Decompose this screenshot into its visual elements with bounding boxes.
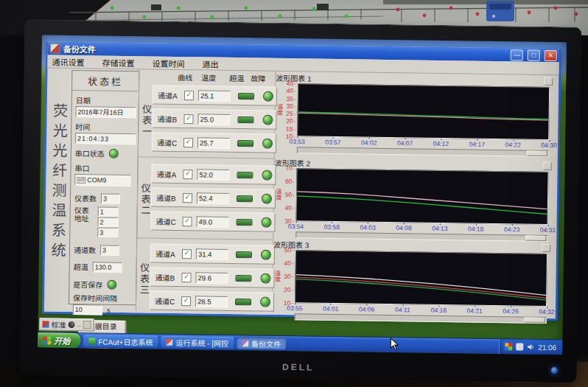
curve-checkbox[interactable]: ✓ bbox=[182, 249, 192, 259]
ime-options-icon[interactable] bbox=[83, 321, 91, 329]
y-tick-label: 70 bbox=[285, 164, 295, 172]
serial-port-combo[interactable]: I/O COM9 bbox=[74, 174, 130, 186]
charts-column: 波形图表 1 温度 4540353025201510 03:5303:5704 bbox=[273, 72, 558, 317]
menu-item-storage-settings[interactable]: 存储设置 bbox=[102, 56, 134, 69]
temperature-field[interactable]: 52.0 bbox=[197, 169, 229, 181]
run-system-icon bbox=[166, 338, 172, 345]
y-tick-label: 30 bbox=[286, 102, 295, 110]
ime-language-bar[interactable]: 标准 ‥ bbox=[39, 318, 94, 331]
x-tick-label: 04:21 bbox=[466, 307, 482, 314]
curve-checkbox[interactable]: ✓ bbox=[183, 138, 193, 147]
y-tick-label: 60 bbox=[285, 178, 295, 185]
x-tick-label: 04:22 bbox=[505, 141, 520, 148]
series-line bbox=[298, 112, 549, 119]
overtemp-led bbox=[235, 299, 251, 305]
channel-label: 通道A bbox=[158, 89, 184, 101]
instrument-group-3: 仪表三 通道A ✓ 31.4 通道B bbox=[138, 243, 270, 315]
curve-checkbox[interactable]: ✓ bbox=[182, 217, 192, 226]
temperature-field[interactable]: 25.1 bbox=[198, 90, 231, 102]
temperature-field[interactable]: 25.7 bbox=[197, 137, 230, 149]
serial-port-value: COM9 bbox=[87, 176, 106, 184]
x-tick-label: 04:17 bbox=[469, 140, 485, 147]
curve-checkbox[interactable]: ✓ bbox=[181, 296, 191, 306]
temperature-field[interactable]: 31.4 bbox=[196, 248, 228, 260]
start-button[interactable]: 开始 bbox=[38, 332, 80, 348]
channel-label: 通道C bbox=[155, 215, 182, 227]
fault-led bbox=[263, 91, 273, 102]
overtemp-limit-field[interactable]: 130.0 bbox=[93, 262, 122, 273]
fault-led bbox=[262, 115, 273, 125]
chart-corner-button[interactable] bbox=[542, 243, 550, 251]
x-tick-label: 04:13 bbox=[432, 225, 447, 232]
series-line bbox=[295, 275, 546, 296]
x-tick-label: 04:06 bbox=[359, 305, 374, 313]
volume-icon[interactable] bbox=[527, 344, 534, 351]
temperature-field[interactable]: 25.0 bbox=[197, 114, 230, 125]
temperature-field[interactable]: 52.4 bbox=[197, 192, 229, 204]
channel-row: 通道C ✓ 25.7 bbox=[152, 132, 276, 153]
curve-checkbox[interactable]: ✓ bbox=[184, 91, 194, 100]
channel-label: 通道B bbox=[156, 192, 183, 203]
scrollbar-thumb[interactable] bbox=[525, 236, 546, 241]
curve-checkbox[interactable]: ✓ bbox=[183, 114, 193, 124]
x-tick-label: 04:08 bbox=[396, 224, 411, 231]
menu-item-exit[interactable]: 退出 bbox=[202, 57, 218, 69]
channel-row: 通道A ✓ 52.0 bbox=[151, 164, 276, 184]
x-tick-label: 04:02 bbox=[361, 139, 377, 146]
meter-addr-2[interactable]: 2 bbox=[97, 217, 118, 226]
temperature-field[interactable]: 29.6 bbox=[195, 272, 228, 284]
taskbar-item-log-system[interactable]: FCAut+日志系统 bbox=[83, 335, 158, 347]
meter-addr-3[interactable]: 3 bbox=[97, 227, 118, 237]
x-tick-label: 04:12 bbox=[433, 140, 449, 147]
save-enable-label: 是否保存 bbox=[73, 279, 102, 290]
minimize-button[interactable]: — bbox=[511, 49, 523, 60]
channel-count-field[interactable]: 3 bbox=[100, 245, 119, 255]
curve-checkbox[interactable]: ✓ bbox=[181, 273, 191, 282]
close-button[interactable]: ✕ bbox=[545, 49, 557, 60]
date-field[interactable]: 2016年7月16日 bbox=[76, 106, 136, 118]
curve-checkbox[interactable]: ✓ bbox=[183, 170, 192, 179]
overtemp-led bbox=[237, 172, 253, 178]
temperature-field[interactable]: 49.0 bbox=[196, 216, 228, 228]
x-tick-label: 04:30 bbox=[541, 142, 556, 149]
channel-row: 通道B ✓ 25.0 bbox=[152, 108, 276, 129]
header-fault: 故障 bbox=[251, 72, 265, 83]
taskbar-item-backup-file[interactable]: 备份文件 bbox=[237, 337, 286, 349]
ime-moon-icon[interactable] bbox=[69, 321, 75, 328]
header-temperature: 温度 bbox=[201, 72, 216, 83]
chart-corner-button[interactable] bbox=[544, 77, 553, 85]
mouse-cursor bbox=[390, 338, 399, 351]
overtemp-led bbox=[237, 140, 253, 147]
meter-addr-1[interactable]: 1 bbox=[98, 206, 119, 216]
menu-item-comm-settings[interactable]: 通讯设置 bbox=[52, 55, 84, 68]
save-interval-field[interactable]: 10 bbox=[73, 304, 102, 315]
overtemp-led bbox=[237, 195, 253, 202]
x-tick-label: 04:16 bbox=[431, 307, 447, 314]
curve-checkbox[interactable]: ✓ bbox=[183, 193, 192, 203]
taskbar-item-run-system[interactable]: 运行系统 - [网控 bbox=[161, 336, 234, 349]
meter-count-field[interactable]: 3 bbox=[101, 193, 120, 203]
chart-corner-button[interactable] bbox=[543, 161, 552, 170]
instruments-column: 曲线 温度 超温 故障 仪表一 通道A ✓ 25.1 bbox=[136, 69, 276, 313]
ime-dots-icon[interactable]: ‥ bbox=[77, 321, 81, 328]
tray-app-icon[interactable] bbox=[505, 343, 512, 350]
fault-led bbox=[262, 139, 273, 149]
overtemp-led bbox=[238, 93, 254, 100]
status-panel: 状态栏 日期 2016年7月16日 时间 21:04:33 串口状态 串口 I/… bbox=[69, 70, 139, 305]
group-separator bbox=[137, 237, 273, 240]
tray-ime-icon[interactable] bbox=[516, 343, 523, 350]
channel-count-label: 通道数 bbox=[74, 244, 96, 255]
channel-headers: 曲线 温度 超温 故障 bbox=[139, 71, 275, 83]
maximize-button[interactable]: □ bbox=[528, 49, 540, 60]
serial-status-led bbox=[109, 149, 119, 158]
y-tick-label: 40 bbox=[287, 87, 296, 94]
channel-label: 通道A bbox=[156, 168, 183, 180]
channel-label: 通道B bbox=[157, 113, 183, 125]
temperature-field[interactable]: 28.5 bbox=[195, 296, 228, 307]
time-field[interactable]: 21:04:33 bbox=[75, 133, 136, 144]
channel-row: 通道C ✓ 28.5 bbox=[150, 290, 274, 311]
scrollbar-thumb[interactable] bbox=[527, 151, 547, 156]
scrollbar-thumb[interactable] bbox=[525, 318, 545, 323]
menu-item-set-time[interactable]: 设置时间 bbox=[152, 57, 184, 69]
x-tick-label: 03:54 bbox=[288, 223, 304, 230]
